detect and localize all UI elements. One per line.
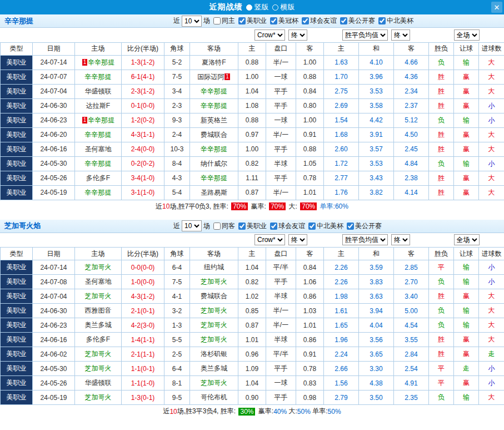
goals-result-cell: 大 <box>479 318 504 333</box>
league-cell: 美职业 <box>1 142 33 156</box>
column-header: 进球数 <box>479 42 504 55</box>
handicap-cell: 平/半 <box>266 347 296 362</box>
matches-body: 美职业24-07-14芝加哥火0-0(0-0)6-4纽约城1.04平/半0.84… <box>1 260 504 405</box>
handicap-away-odds: 1.00 <box>296 55 324 70</box>
avg-select[interactable]: 胜平负均值 <box>342 29 388 41</box>
company-state-select[interactable]: 终 <box>288 234 307 245</box>
filter-checkbox[interactable] <box>347 223 354 230</box>
away-team-cell: 洛杉矶银 <box>190 347 238 362</box>
goals-result-cell: 大 <box>479 84 504 98</box>
filter-option[interactable]: 美冠杯 <box>270 16 298 26</box>
goals-result-cell: 大 <box>479 304 504 318</box>
result-cell: 负 <box>429 318 454 333</box>
scope-select[interactable]: 全场 <box>454 234 480 245</box>
filter-label: 中北美杯 <box>387 16 413 26</box>
filter-option[interactable]: 美职业 <box>238 221 267 231</box>
handicap-home-odds: 1.08 <box>238 98 266 113</box>
company-select[interactable]: Crow* <box>255 29 285 41</box>
filter-checkbox[interactable] <box>213 17 221 24</box>
avg-away-odds: 5.00 <box>394 304 429 318</box>
avg-home-odds: 2.77 <box>324 171 359 185</box>
rate-badge: 30% <box>238 408 255 416</box>
league-cell: 美职业 <box>1 55 33 70</box>
filter-checkbox[interactable] <box>238 17 246 24</box>
summary-text: 40% <box>273 408 287 416</box>
date-cell: 24-07-14 <box>33 55 75 70</box>
select-band-spacer <box>1 28 238 42</box>
avg-home-odds: 1.56 <box>324 376 359 391</box>
handicap-cell: 平手 <box>266 142 296 156</box>
date-cell: 24-07-07 <box>33 70 75 84</box>
filter-checkbox[interactable] <box>302 17 309 24</box>
handicap-cell: 平手 <box>266 84 296 98</box>
avg-home-odds: 1.61 <box>324 304 359 318</box>
handicap-home-odds: 1.01 <box>238 333 266 347</box>
filter-controls: 近 10 场 同客美职业球会友谊中北美杯美公开赛 <box>173 220 382 231</box>
home-team-cell: 圣何塞地 <box>75 142 122 156</box>
column-header-row: 类型日期主场比分(半场)角球客场主盘口客主和客胜负让球进球数 <box>1 248 504 260</box>
filter-option[interactable]: 球会友谊 <box>302 16 337 26</box>
date-cell: 24-07-14 <box>33 260 75 275</box>
corners-cell: 1-3 <box>164 318 190 333</box>
filter-option[interactable]: 美公开赛 <box>347 221 382 231</box>
filter-checkbox[interactable] <box>213 223 221 230</box>
filter-option[interactable]: 同主 <box>213 16 235 26</box>
home-team-cell: 辛辛那提 <box>75 70 122 84</box>
away-team-cell: 芝加哥火 <box>190 318 238 333</box>
handicap-home-odds: 1.04 <box>238 260 266 275</box>
filter-option[interactable]: 球会友谊 <box>270 221 305 231</box>
filter-checkbox[interactable] <box>378 17 386 24</box>
near-label: 近 <box>173 16 180 26</box>
handicap-cell: 平手 <box>266 362 296 376</box>
scope-select[interactable]: 全场 <box>454 29 480 41</box>
filter-option[interactable]: 中北美杯 <box>378 16 413 26</box>
away-team-cell: 奥兰多城 <box>190 362 238 376</box>
handicap-cell: 一球 <box>266 113 296 127</box>
filter-checkbox[interactable] <box>270 17 277 24</box>
match-row: 美职业24-06-30达拉斯F0-1(0-0)2-3辛辛那提1.08平手0.80… <box>1 98 504 113</box>
goals-result-cell: 小 <box>479 156 504 171</box>
date-cell: 24-06-16 <box>33 333 75 347</box>
filter-checkbox[interactable] <box>270 223 277 230</box>
match-count-select[interactable]: 10 <box>182 16 202 27</box>
avg-state-select[interactable]: 终 <box>391 234 410 245</box>
filter-option[interactable]: 美职业 <box>238 16 267 26</box>
result-cell: 胜 <box>429 142 454 156</box>
filter-checkbox[interactable] <box>238 223 246 230</box>
filter-option[interactable]: 中北美杯 <box>308 221 343 231</box>
radio-unselected-icon[interactable] <box>272 4 278 11</box>
filter-checkbox[interactable] <box>308 223 316 230</box>
view-option-horizontal[interactable]: 横版 <box>272 2 295 12</box>
match-row: 美职业24-05-30芝加哥火1-1(0-1)6-4奥兰多城1.09平手0.78… <box>1 362 504 376</box>
asian-result-cell: 输 <box>454 55 479 70</box>
filter-option[interactable]: 美公开赛 <box>340 16 375 26</box>
radio-selected-icon[interactable] <box>246 4 252 11</box>
company-select[interactable]: Crow* <box>255 234 285 245</box>
date-cell: 24-07-08 <box>33 275 75 289</box>
column-header-row: 类型日期主场比分(半场)角球客场主盘口客主和客胜负让球进球数 <box>1 42 504 55</box>
view-option-vertical[interactable]: 竖版 <box>246 2 269 12</box>
avg-state-select[interactable]: 终 <box>391 29 410 41</box>
avg-draw-odds: 3.56 <box>359 333 394 347</box>
avg-home-odds: 2.79 <box>324 391 359 405</box>
filter-group: 同客美职业球会友谊中北美杯美公开赛 <box>212 221 382 231</box>
close-icon: ✕ <box>494 3 500 12</box>
summary-text: 赢率: <box>256 407 273 416</box>
column-header: 和 <box>359 42 394 55</box>
filter-checkbox[interactable] <box>340 17 347 24</box>
near-label: 近 <box>173 221 180 231</box>
match-count-select[interactable]: 10 <box>182 220 202 231</box>
result-cell: 平 <box>429 362 454 376</box>
filter-label: 美冠杯 <box>278 16 298 26</box>
handicap-home-odds: 0.96 <box>238 347 266 362</box>
result-cell: 负 <box>429 275 454 289</box>
corners-cell: 9-3 <box>164 113 190 127</box>
date-cell: 24-05-19 <box>33 391 75 405</box>
handicap-away-odds: 0.88 <box>296 142 324 156</box>
company-state-select[interactable]: 终 <box>288 29 307 41</box>
avg-select[interactable]: 胜平负均值 <box>342 234 388 245</box>
corners-cell: 4-3 <box>164 171 190 185</box>
close-button[interactable]: ✕ <box>491 2 502 13</box>
league-cell: 美职业 <box>1 98 33 113</box>
filter-option[interactable]: 同客 <box>213 221 235 231</box>
